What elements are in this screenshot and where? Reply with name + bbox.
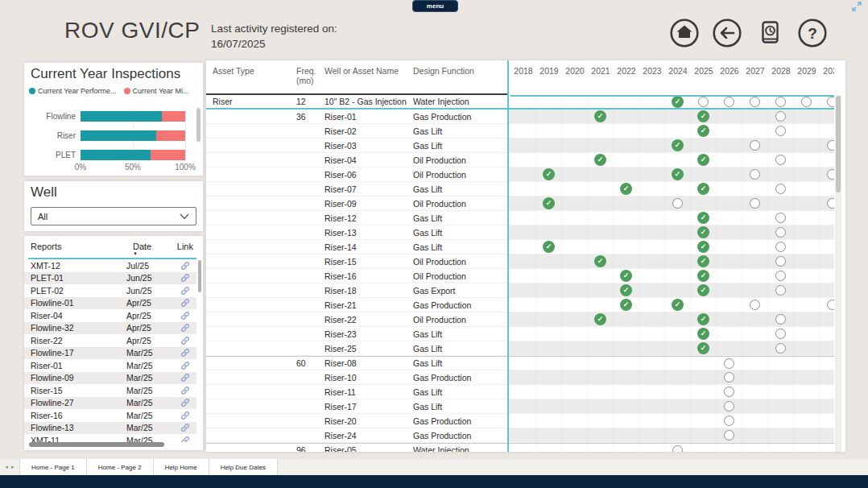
chart-bar[interactable]: [81, 111, 185, 122]
year-column-header[interactable]: 2018: [510, 66, 536, 76]
page-tab[interactable]: Home - Page 2: [87, 459, 154, 475]
report-row[interactable]: Riser-04Apr/25: [24, 309, 196, 322]
link-icon[interactable]: [180, 336, 190, 345]
inspection-due-icon[interactable]: [698, 97, 709, 107]
link-icon[interactable]: [180, 348, 190, 358]
report-row[interactable]: Riser-01Mar/25: [24, 359, 196, 372]
inspection-done-icon[interactable]: ✓: [620, 284, 632, 296]
matrix-row[interactable]: Riser-24Gas Production: [206, 428, 834, 443]
inspection-done-icon[interactable]: ✓: [697, 313, 709, 325]
link-icon[interactable]: [180, 286, 190, 296]
matrix-row[interactable]: Riser-25Gas Lift✓: [206, 341, 834, 356]
prev-page-arrow[interactable]: ◂: [5, 464, 8, 470]
report-row[interactable]: Flowline-01Apr/25: [24, 297, 196, 310]
inspection-done-icon[interactable]: ✓: [697, 328, 709, 340]
matrix-row[interactable]: Riser-02Gas Lift✓: [206, 124, 834, 139]
menu-button[interactable]: menu: [412, 0, 458, 12]
year-column-header[interactable]: 2030: [820, 66, 834, 76]
report-row[interactable]: PLET-02Jun/25: [24, 284, 196, 297]
inspection-due-icon[interactable]: [724, 401, 734, 411]
matrix-row[interactable]: Riser-23Gas Lift✓: [206, 327, 834, 341]
year-column-header[interactable]: 2019: [536, 66, 562, 76]
inspection-done-icon[interactable]: ✓: [543, 197, 555, 209]
inspection-done-icon[interactable]: ✓: [697, 125, 709, 137]
inspection-due-icon[interactable]: [827, 97, 834, 107]
inspection-due-icon[interactable]: [750, 169, 760, 180]
link-icon[interactable]: [180, 261, 190, 271]
inspection-done-icon[interactable]: ✓: [594, 255, 606, 267]
inspection-due-icon[interactable]: [827, 300, 834, 310]
inspection-due-icon[interactable]: [724, 97, 734, 107]
report-row[interactable]: XMT-12Jul/25: [24, 259, 196, 272]
inspection-due-icon[interactable]: [775, 227, 786, 238]
reports-horizontal-scrollbar[interactable]: [29, 442, 164, 447]
inspection-due-icon[interactable]: [775, 256, 786, 267]
inspection-due-icon[interactable]: [750, 140, 760, 151]
year-column-header[interactable]: 2029: [794, 66, 820, 76]
year-column-header[interactable]: 2025: [691, 66, 717, 76]
year-column-header[interactable]: 2020: [562, 66, 588, 76]
help-icon[interactable]: ?: [797, 18, 828, 48]
inspection-done-icon[interactable]: ✓: [672, 299, 684, 311]
inspection-due-icon[interactable]: [775, 111, 786, 122]
chart-bar-segment[interactable]: [151, 150, 185, 160]
year-column-header[interactable]: 2022: [614, 66, 639, 76]
inspection-due-icon[interactable]: [775, 314, 786, 325]
inspection-due-icon[interactable]: [775, 184, 786, 194]
matrix-row[interactable]: Riser-10Gas Production: [206, 370, 834, 385]
report-row[interactable]: XMT-11Mar/25: [24, 434, 196, 442]
year-column-header[interactable]: 2023: [639, 66, 665, 76]
inspection-done-icon[interactable]: ✓: [697, 241, 709, 253]
report-row[interactable]: Flowline-09Mar/25: [24, 372, 196, 385]
inspection-done-icon[interactable]: ✓: [620, 270, 632, 282]
matrix-row[interactable]: 96Riser-05Water Injection: [206, 443, 834, 452]
chart-scrollbar[interactable]: [196, 108, 200, 142]
link-icon[interactable]: [180, 373, 190, 383]
year-column-header[interactable]: 2021: [588, 66, 614, 76]
matrix-row[interactable]: Riser-15Oil Production✓✓: [206, 254, 834, 269]
year-column-header[interactable]: 2026: [717, 66, 742, 76]
matrix-row[interactable]: Riser-20Gas Production: [206, 414, 834, 428]
link-icon[interactable]: [180, 361, 190, 370]
expand-arrows-icon[interactable]: [851, 1, 862, 12]
report-row[interactable]: Flowline-27Mar/25: [24, 397, 196, 410]
inspection-done-icon[interactable]: ✓: [620, 299, 632, 311]
inspection-due-icon[interactable]: [775, 285, 786, 296]
link-icon[interactable]: [180, 398, 190, 407]
inspection-due-icon[interactable]: [827, 140, 834, 151]
inspection-due-icon[interactable]: [724, 416, 734, 426]
inspection-due-icon[interactable]: [672, 445, 683, 453]
matrix-row[interactable]: Riser-21Gas Production✓✓: [206, 298, 834, 312]
year-column-header[interactable]: 2028: [768, 66, 794, 76]
inspection-due-icon[interactable]: [827, 198, 834, 209]
inspection-done-icon[interactable]: ✓: [697, 255, 709, 267]
reports-header-link[interactable]: Link: [177, 242, 193, 251]
inspection-done-icon[interactable]: ✓: [543, 168, 555, 180]
inspection-done-icon[interactable]: ✓: [672, 96, 684, 108]
inspection-due-icon[interactable]: [775, 343, 786, 354]
inspection-due-icon[interactable]: [775, 271, 786, 281]
inspection-done-icon[interactable]: ✓: [620, 183, 632, 195]
link-icon[interactable]: [180, 298, 190, 308]
reports-vertical-scrollbar[interactable]: [198, 260, 201, 292]
link-icon[interactable]: [180, 411, 190, 420]
inspection-done-icon[interactable]: ✓: [697, 212, 709, 224]
inspection-due-icon[interactable]: [775, 329, 786, 339]
inspection-due-icon[interactable]: [775, 97, 786, 107]
matrix-row[interactable]: Riser-11Gas Lift: [206, 385, 834, 399]
inspection-done-icon[interactable]: ✓: [697, 284, 709, 296]
inspection-due-icon[interactable]: [775, 126, 786, 136]
matrix-row[interactable]: 36Riser-01Gas Production✓✓: [206, 110, 834, 124]
year-column-header[interactable]: 2024: [665, 66, 691, 76]
report-row[interactable]: Flowline-32Apr/25: [24, 322, 196, 335]
link-icon[interactable]: [180, 273, 190, 283]
link-icon[interactable]: [180, 423, 190, 432]
inspection-done-icon[interactable]: ✓: [697, 183, 709, 195]
inspection-done-icon[interactable]: ✓: [672, 139, 684, 151]
inspection-due-icon[interactable]: [801, 97, 812, 107]
matrix-row[interactable]: 60Riser-08Gas Lift: [206, 356, 834, 370]
link-icon[interactable]: [180, 386, 190, 395]
matrix-row[interactable]: Riser-06Oil Production✓✓: [206, 167, 834, 182]
inspection-due-icon[interactable]: [750, 198, 760, 209]
matrix-row[interactable]: Riser-03Gas Lift✓: [206, 139, 834, 153]
